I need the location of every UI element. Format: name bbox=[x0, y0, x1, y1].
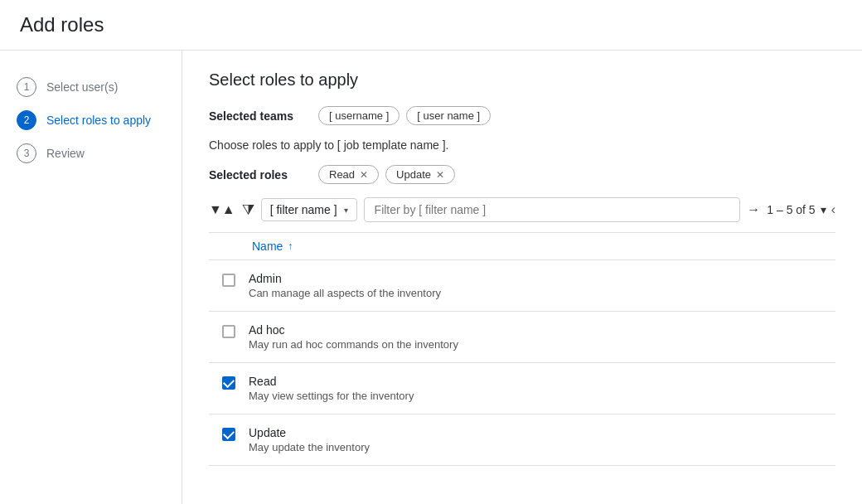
role-tag[interactable]: Read ✕ bbox=[318, 165, 379, 184]
role-info: Ad hoc May run ad hoc commands on the in… bbox=[249, 323, 458, 351]
table-row: Read May view settings for the inventory bbox=[209, 363, 835, 414]
filter-name-value: [ filter name ] bbox=[270, 203, 337, 216]
step-number-2: 2 bbox=[17, 110, 36, 130]
filter-go-button[interactable]: → bbox=[747, 202, 760, 217]
sidebar-step-1[interactable]: 1 Select user(s) bbox=[0, 70, 182, 104]
role-name: Admin bbox=[249, 272, 441, 285]
role-description: May run ad hoc commands on the inventory bbox=[249, 338, 458, 351]
selected-teams-tags: [ username ][ user name ] bbox=[318, 106, 491, 125]
sort-arrow-icon: ↑ bbox=[288, 240, 293, 252]
table-row: Ad hoc May run ad hoc commands on the in… bbox=[209, 312, 835, 363]
chevron-down-icon: ▾ bbox=[344, 206, 348, 215]
filter-input[interactable] bbox=[364, 197, 741, 222]
role-description: May update the inventory bbox=[249, 441, 370, 453]
page-title: Add roles bbox=[0, 0, 862, 51]
filter-funnel-icon: ⧩ bbox=[242, 201, 254, 219]
role-info: Read May view settings for the inventory bbox=[249, 375, 414, 402]
role-name: Update bbox=[249, 426, 370, 439]
role-checkbox-update[interactable] bbox=[222, 428, 235, 441]
step-label-1: Select user(s) bbox=[46, 80, 118, 94]
step-number-3: 3 bbox=[17, 143, 36, 163]
team-tag: [ username ] bbox=[318, 106, 400, 125]
role-name: Ad hoc bbox=[249, 323, 458, 337]
name-column-header[interactable]: Name ↑ bbox=[252, 240, 293, 253]
table-row: Admin Can manage all aspects of the inve… bbox=[209, 260, 835, 312]
name-header-label: Name bbox=[252, 240, 283, 253]
main-content: Select roles to apply Selected teams [ u… bbox=[182, 51, 862, 504]
sidebar-step-3[interactable]: 3 Review bbox=[0, 137, 182, 170]
remove-role-icon[interactable]: ✕ bbox=[436, 169, 444, 181]
selected-roles-label: Selected roles bbox=[209, 168, 308, 182]
step-label-2: Select roles to apply bbox=[46, 114, 151, 127]
pagination-prev-button[interactable]: ‹ bbox=[831, 202, 835, 217]
role-checkbox-admin[interactable] bbox=[222, 274, 235, 287]
selected-roles-tags: Read ✕Update ✕ bbox=[318, 165, 455, 184]
chevron-down-icon: ▾ bbox=[821, 203, 826, 216]
info-text: Choose roles to apply to [ job template … bbox=[209, 138, 835, 152]
step-label-3: Review bbox=[46, 147, 85, 160]
role-description: May view settings for the inventory bbox=[249, 390, 414, 402]
sidebar: 1 Select user(s) 2 Select roles to apply… bbox=[0, 51, 182, 504]
roles-table: Name ↑ Admin Can manage all aspects of t… bbox=[209, 232, 835, 466]
per-page-dropdown[interactable]: ▾ bbox=[821, 203, 826, 216]
role-name: Read bbox=[249, 375, 414, 388]
filter-icon: ▼▲ bbox=[209, 202, 235, 217]
sidebar-step-2[interactable]: 2 Select roles to apply bbox=[0, 104, 182, 137]
role-info: Admin Can manage all aspects of the inve… bbox=[249, 272, 441, 299]
role-info: Update May update the inventory bbox=[249, 426, 370, 453]
role-checkbox-adhoc[interactable] bbox=[222, 325, 235, 338]
role-checkbox-read[interactable] bbox=[222, 376, 235, 390]
step-number-1: 1 bbox=[17, 77, 36, 97]
filter-name-dropdown[interactable]: [ filter name ] ▾ bbox=[261, 198, 357, 221]
selected-teams-label: Selected teams bbox=[209, 109, 308, 123]
team-tag: [ user name ] bbox=[406, 106, 491, 125]
section-title: Select roles to apply bbox=[209, 70, 835, 90]
role-description: Can manage all aspects of the inventory bbox=[249, 287, 441, 299]
table-row: Update May update the inventory bbox=[209, 414, 835, 466]
pagination-text: 1 – 5 of 5 bbox=[767, 203, 815, 216]
role-tag[interactable]: Update ✕ bbox=[385, 165, 455, 184]
remove-role-icon[interactable]: ✕ bbox=[360, 169, 368, 181]
